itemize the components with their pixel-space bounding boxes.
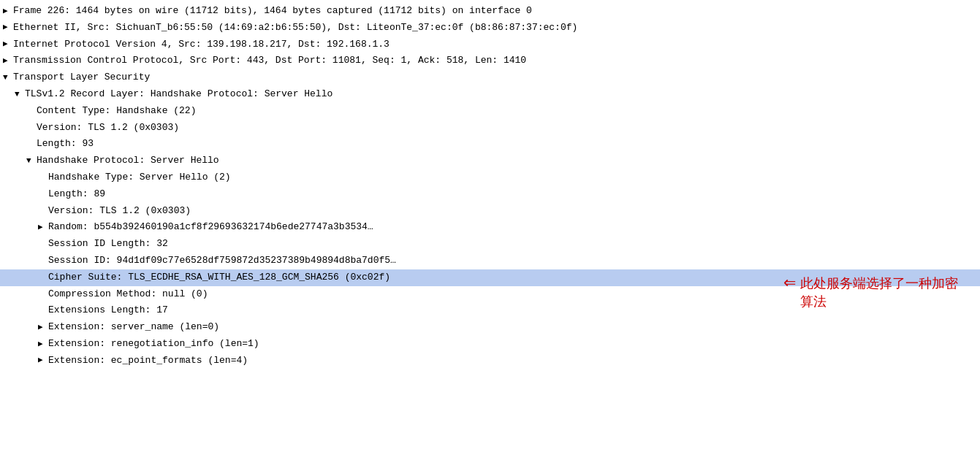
expand-arrow-ethernet[interactable] <box>3 21 13 34</box>
tree-line-hs-version[interactable]: Version: TLS 1.2 (0x0303) <box>0 203 980 220</box>
tree-line-ext-len[interactable]: Extensions Length: 17 <box>0 302 980 319</box>
line-text-handshake: Handshake Protocol: Server Hello <box>37 153 977 169</box>
tree-line-ext-ec-point[interactable]: Extension: ec_point_formats (len=4) <box>0 353 980 369</box>
line-text-length: Length: 93 <box>37 137 977 152</box>
line-text-ext-server-name: Extension: server_name (len=0) <box>48 320 977 335</box>
tree-line-version[interactable]: Version: TLS 1.2 (0x0303) <box>0 120 980 137</box>
tree-line-ip[interactable]: Internet Protocol Version 4, Src: 139.19… <box>0 37 980 53</box>
tree-line-frame[interactable]: Frame 226: 1464 bytes on wire (11712 bit… <box>0 3 980 20</box>
line-text-session-id: Session ID: 94d1df09c77e6528df759872d352… <box>48 253 977 269</box>
expand-arrow-random[interactable] <box>38 221 48 234</box>
expand-arrow-tls-record[interactable] <box>15 88 25 101</box>
line-text-cipher-suite: Cipher Suite: TLS_ECDHE_RSA_WITH_AES_128… <box>48 270 977 285</box>
line-text-tls-root: Transport Layer Security <box>13 70 977 85</box>
tree-line-cipher-suite[interactable]: Cipher Suite: TLS_ECDHE_RSA_WITH_AES_128… <box>0 269 980 286</box>
line-text-tls-record: TLSv1.2 Record Layer: Handshake Protocol… <box>25 87 977 102</box>
tree-line-tls-root[interactable]: Transport Layer Security <box>0 69 980 86</box>
line-text-ethernet: Ethernet II, Src: SichuanT_b6:55:50 (14:… <box>13 20 977 36</box>
expand-arrow-ip[interactable] <box>3 38 13 51</box>
line-text-version: Version: TLS 1.2 (0x0303) <box>37 120 977 136</box>
expand-arrow-handshake[interactable] <box>26 155 37 168</box>
tree-line-session-id-len[interactable]: Session ID Length: 32 <box>0 236 980 253</box>
tree-line-ext-server-name[interactable]: Extension: server_name (len=0) <box>0 319 980 336</box>
tree-line-ext-renegotiation[interactable]: Extension: renegotiation_info (len=1) <box>0 336 980 353</box>
expand-arrow-ext-renegotiation[interactable] <box>38 338 48 351</box>
tree-line-session-id[interactable]: Session ID: 94d1df09c77e6528df759872d352… <box>0 253 980 269</box>
tree-line-random[interactable]: Random: b554b392460190a1cf8f29693632174b… <box>0 219 980 236</box>
packet-tree: Frame 226: 1464 bytes on wire (11712 bit… <box>0 0 980 372</box>
tree-line-tcp[interactable]: Transmission Control Protocol, Src Port:… <box>0 53 980 69</box>
line-text-session-id-len: Session ID Length: 32 <box>48 237 977 252</box>
line-text-random: Random: b554b392460190a1cf8f29693632174b… <box>48 220 977 235</box>
line-text-tcp: Transmission Control Protocol, Src Port:… <box>13 53 977 69</box>
line-text-hs-length: Length: 89 <box>48 187 977 202</box>
tree-line-hs-type[interactable]: Handshake Type: Server Hello (2) <box>0 169 980 186</box>
expand-arrow-ext-server-name[interactable] <box>38 321 48 334</box>
expand-arrow-ext-ec-point[interactable] <box>38 354 48 367</box>
line-text-hs-type: Handshake Type: Server Hello (2) <box>48 170 977 185</box>
line-text-ext-renegotiation: Extension: renegotiation_info (len=1) <box>48 337 977 352</box>
line-text-ip: Internet Protocol Version 4, Src: 139.19… <box>13 37 977 53</box>
line-text-content-type: Content Type: Handshake (22) <box>37 104 977 119</box>
tree-line-handshake[interactable]: Handshake Protocol: Server Hello <box>0 153 980 169</box>
tree-line-ethernet[interactable]: Ethernet II, Src: SichuanT_b6:55:50 (14:… <box>0 20 980 37</box>
tree-line-compression[interactable]: Compression Method: null (0) <box>0 286 980 303</box>
line-text-frame: Frame 226: 1464 bytes on wire (11712 bit… <box>13 4 977 19</box>
expand-arrow-frame[interactable] <box>3 5 13 18</box>
tree-line-hs-length[interactable]: Length: 89 <box>0 186 980 203</box>
tree-line-tls-record[interactable]: TLSv1.2 Record Layer: Handshake Protocol… <box>0 86 980 103</box>
line-text-hs-version: Version: TLS 1.2 (0x0303) <box>48 204 977 219</box>
expand-arrow-tls-root[interactable] <box>3 72 13 85</box>
line-text-compression: Compression Method: null (0) <box>48 287 977 302</box>
tree-line-length[interactable]: Length: 93 <box>0 136 980 153</box>
line-text-ext-ec-point: Extension: ec_point_formats (len=4) <box>48 353 977 369</box>
line-text-ext-len: Extensions Length: 17 <box>48 303 977 318</box>
expand-arrow-tcp[interactable] <box>3 55 13 68</box>
tree-line-content-type[interactable]: Content Type: Handshake (22) <box>0 103 980 120</box>
